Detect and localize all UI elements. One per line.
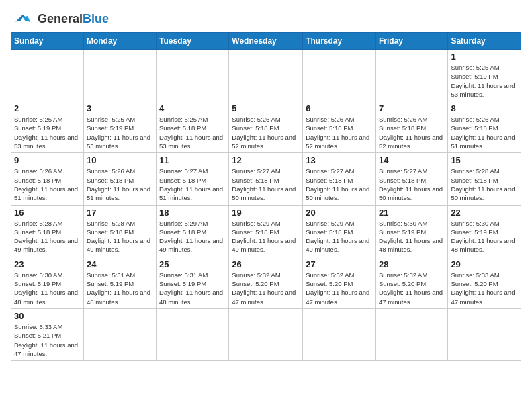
calendar-cell: 9Sunrise: 5:26 AMSunset: 5:18 PMDaylight… xyxy=(11,153,84,205)
logo-blue: Blue xyxy=(83,12,109,26)
day-number: 14 xyxy=(379,155,445,165)
day-number: 7 xyxy=(379,103,445,113)
day-number: 15 xyxy=(451,155,518,165)
day-info: Sunrise: 5:32 AMSunset: 5:20 PMDaylight:… xyxy=(232,271,300,306)
svg-marker-1 xyxy=(23,16,30,22)
calendar-cell: 6Sunrise: 5:26 AMSunset: 5:18 PMDaylight… xyxy=(303,101,376,153)
day-info: Sunrise: 5:26 AMSunset: 5:18 PMDaylight:… xyxy=(232,115,300,150)
calendar-cell: 5Sunrise: 5:26 AMSunset: 5:18 PMDaylight… xyxy=(229,101,303,153)
day-number: 28 xyxy=(379,259,445,269)
day-number: 8 xyxy=(451,103,518,113)
day-number: 30 xyxy=(14,311,81,321)
day-number: 25 xyxy=(159,259,226,269)
calendar-cell: 10Sunrise: 5:26 AMSunset: 5:18 PMDayligh… xyxy=(83,153,156,205)
day-number: 18 xyxy=(159,208,226,218)
day-info: Sunrise: 5:33 AMSunset: 5:20 PMDaylight:… xyxy=(451,271,518,306)
day-info: Sunrise: 5:28 AMSunset: 5:18 PMDaylight:… xyxy=(87,219,153,255)
day-number: 21 xyxy=(379,208,445,218)
day-number: 19 xyxy=(232,208,300,218)
calendar-cell: 28Sunrise: 5:32 AMSunset: 5:20 PMDayligh… xyxy=(375,257,447,308)
calendar-cell: 27Sunrise: 5:32 AMSunset: 5:20 PMDayligh… xyxy=(303,257,376,308)
calendar-cell: 16Sunrise: 5:28 AMSunset: 5:18 PMDayligh… xyxy=(11,205,84,257)
day-info: Sunrise: 5:29 AMSunset: 5:18 PMDaylight:… xyxy=(232,219,300,255)
weekday-header-tuesday: Tuesday xyxy=(157,33,229,50)
day-info: Sunrise: 5:26 AMSunset: 5:18 PMDaylight:… xyxy=(451,115,518,150)
calendar-cell: 14Sunrise: 5:27 AMSunset: 5:18 PMDayligh… xyxy=(375,153,447,205)
calendar-cell xyxy=(83,50,156,101)
day-number: 23 xyxy=(14,259,81,269)
calendar-cell: 1Sunrise: 5:25 AMSunset: 5:19 PMDaylight… xyxy=(448,50,521,101)
day-info: Sunrise: 5:30 AMSunset: 5:19 PMDaylight:… xyxy=(14,271,81,306)
day-info: Sunrise: 5:31 AMSunset: 5:19 PMDaylight:… xyxy=(159,271,226,306)
day-number: 5 xyxy=(232,103,300,113)
day-number: 26 xyxy=(232,259,300,269)
calendar-cell xyxy=(303,50,376,101)
day-number: 17 xyxy=(87,208,153,218)
day-info: Sunrise: 5:25 AMSunset: 5:19 PMDaylight:… xyxy=(451,63,518,99)
calendar-cell: 21Sunrise: 5:30 AMSunset: 5:19 PMDayligh… xyxy=(375,205,447,257)
day-number: 3 xyxy=(87,103,153,113)
calendar-cell: 3Sunrise: 5:25 AMSunset: 5:19 PMDaylight… xyxy=(83,101,156,153)
day-info: Sunrise: 5:33 AMSunset: 5:21 PMDaylight:… xyxy=(14,322,81,358)
day-number: 20 xyxy=(306,208,373,218)
day-number: 24 xyxy=(87,259,153,269)
calendar-cell: 13Sunrise: 5:27 AMSunset: 5:18 PMDayligh… xyxy=(303,153,376,205)
calendar-cell: 25Sunrise: 5:31 AMSunset: 5:19 PMDayligh… xyxy=(157,257,229,308)
day-info: Sunrise: 5:25 AMSunset: 5:19 PMDaylight:… xyxy=(87,115,153,150)
day-number: 12 xyxy=(232,155,300,165)
day-info: Sunrise: 5:28 AMSunset: 5:18 PMDaylight:… xyxy=(14,219,81,255)
weekday-header-wednesday: Wednesday xyxy=(229,33,303,50)
day-number: 16 xyxy=(14,208,81,218)
day-number: 27 xyxy=(306,259,373,269)
day-number: 29 xyxy=(451,259,518,269)
day-number: 1 xyxy=(451,52,518,62)
day-number: 11 xyxy=(159,155,226,165)
logo-general: General xyxy=(38,12,83,26)
day-info: Sunrise: 5:29 AMSunset: 5:18 PMDaylight:… xyxy=(159,219,226,255)
day-info: Sunrise: 5:27 AMSunset: 5:18 PMDaylight:… xyxy=(306,167,373,202)
calendar-cell: 29Sunrise: 5:33 AMSunset: 5:20 PMDayligh… xyxy=(448,257,521,308)
day-number: 9 xyxy=(14,155,81,165)
calendar-cell xyxy=(375,308,447,360)
calendar-cell: 12Sunrise: 5:27 AMSunset: 5:18 PMDayligh… xyxy=(229,153,303,205)
day-info: Sunrise: 5:26 AMSunset: 5:18 PMDaylight:… xyxy=(306,115,373,150)
day-info: Sunrise: 5:31 AMSunset: 5:19 PMDaylight:… xyxy=(87,271,153,306)
day-info: Sunrise: 5:29 AMSunset: 5:18 PMDaylight:… xyxy=(306,219,373,255)
weekday-header-sunday: Sunday xyxy=(11,33,84,50)
calendar-cell: 18Sunrise: 5:29 AMSunset: 5:18 PMDayligh… xyxy=(157,205,229,257)
page-header: GeneralBlue xyxy=(11,11,521,27)
day-info: Sunrise: 5:27 AMSunset: 5:18 PMDaylight:… xyxy=(232,167,300,202)
day-number: 10 xyxy=(87,155,153,165)
calendar-cell xyxy=(375,50,447,101)
calendar-cell: 11Sunrise: 5:27 AMSunset: 5:18 PMDayligh… xyxy=(157,153,229,205)
calendar-cell xyxy=(157,50,229,101)
day-info: Sunrise: 5:32 AMSunset: 5:20 PMDaylight:… xyxy=(306,271,373,306)
day-info: Sunrise: 5:26 AMSunset: 5:18 PMDaylight:… xyxy=(14,167,81,202)
day-info: Sunrise: 5:32 AMSunset: 5:20 PMDaylight:… xyxy=(379,271,445,306)
day-number: 6 xyxy=(306,103,373,113)
calendar-cell: 2Sunrise: 5:25 AMSunset: 5:19 PMDaylight… xyxy=(11,101,84,153)
weekday-header-friday: Friday xyxy=(375,33,447,50)
weekday-header-monday: Monday xyxy=(83,33,156,50)
logo-icon xyxy=(11,12,35,27)
calendar-table: SundayMondayTuesdayWednesdayThursdayFrid… xyxy=(11,32,521,361)
calendar-cell xyxy=(229,308,303,360)
day-info: Sunrise: 5:30 AMSunset: 5:19 PMDaylight:… xyxy=(451,219,518,255)
calendar-cell: 15Sunrise: 5:28 AMSunset: 5:18 PMDayligh… xyxy=(448,153,521,205)
day-number: 2 xyxy=(14,103,81,113)
calendar-cell xyxy=(83,308,156,360)
calendar-cell: 24Sunrise: 5:31 AMSunset: 5:19 PMDayligh… xyxy=(83,257,156,308)
calendar-cell: 23Sunrise: 5:30 AMSunset: 5:19 PMDayligh… xyxy=(11,257,84,308)
day-info: Sunrise: 5:30 AMSunset: 5:19 PMDaylight:… xyxy=(379,219,445,255)
day-info: Sunrise: 5:28 AMSunset: 5:18 PMDaylight:… xyxy=(451,167,518,202)
day-number: 22 xyxy=(451,208,518,218)
day-info: Sunrise: 5:26 AMSunset: 5:18 PMDaylight:… xyxy=(379,115,445,150)
logo: GeneralBlue xyxy=(11,11,109,27)
calendar-cell: 20Sunrise: 5:29 AMSunset: 5:18 PMDayligh… xyxy=(303,205,376,257)
calendar-cell: 4Sunrise: 5:25 AMSunset: 5:18 PMDaylight… xyxy=(157,101,229,153)
calendar-cell xyxy=(11,50,84,101)
calendar-cell: 19Sunrise: 5:29 AMSunset: 5:18 PMDayligh… xyxy=(229,205,303,257)
day-info: Sunrise: 5:27 AMSunset: 5:18 PMDaylight:… xyxy=(379,167,445,202)
day-info: Sunrise: 5:25 AMSunset: 5:18 PMDaylight:… xyxy=(159,115,226,150)
calendar-cell xyxy=(157,308,229,360)
